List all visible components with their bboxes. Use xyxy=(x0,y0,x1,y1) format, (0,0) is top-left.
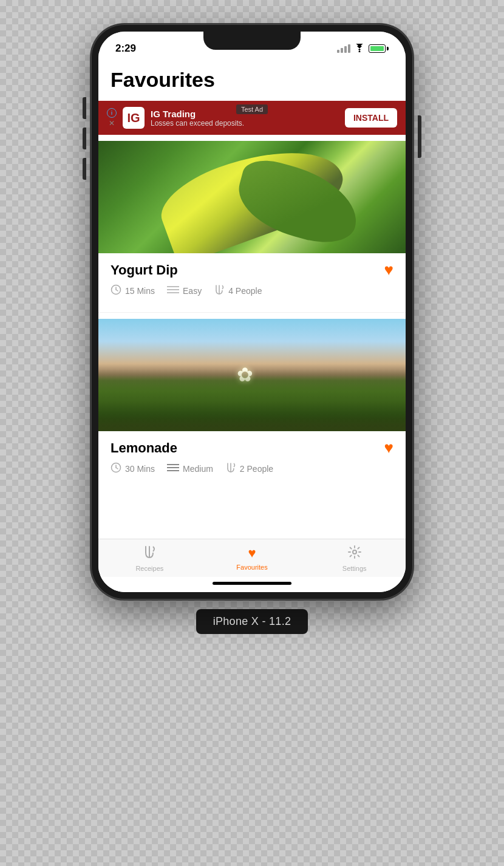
favorite-heart-icon-lemonade[interactable]: ♥ xyxy=(384,438,393,457)
recipe-divider xyxy=(98,312,406,313)
ad-test-badge: Test Ad xyxy=(236,104,268,114)
difficulty-icon xyxy=(167,285,179,296)
tab-bar: Receipes ♥ Favourites Settings xyxy=(98,539,406,577)
servings-meta-yogurt-dip: 4 People xyxy=(214,284,262,298)
recipe-title-row: Yogurt Dip ♥ xyxy=(111,261,393,279)
settings-tab-icon xyxy=(348,545,361,562)
scrollable-content: Yogurt Dip ♥ xyxy=(98,135,406,539)
home-indicator xyxy=(98,577,406,592)
ad-install-button[interactable]: INSTALL xyxy=(345,108,397,128)
recipe-title-yogurt-dip: Yogurt Dip xyxy=(111,262,178,278)
time-text-yogurt-dip: 15 Mins xyxy=(125,286,155,296)
ad-info-button[interactable]: i ✕ xyxy=(107,108,117,128)
svg-point-0 xyxy=(359,50,361,52)
tab-receipes[interactable]: Receipes xyxy=(98,545,201,572)
clock-icon xyxy=(111,284,121,298)
difficulty-meta-lemonade: Medium xyxy=(167,463,213,474)
page-title: Favourites xyxy=(98,62,406,101)
phone-wrapper: 2:29 xyxy=(91,24,413,634)
favourites-tab-icon: ♥ xyxy=(248,545,256,561)
clock-icon-lemonade xyxy=(111,462,121,476)
servings-meta-lemonade: 2 People xyxy=(225,462,273,476)
ad-close-icon: ✕ xyxy=(107,118,117,128)
servings-icon-lemonade xyxy=(225,462,236,476)
recipe-image-lemonade xyxy=(98,319,406,431)
difficulty-meta-yogurt-dip: Easy xyxy=(167,285,202,296)
coastal-photo xyxy=(98,319,406,431)
signal-bars-icon xyxy=(337,44,350,53)
servings-text-lemonade: 2 People xyxy=(240,464,273,474)
receipes-tab-icon xyxy=(142,545,157,562)
svg-line-11 xyxy=(116,468,118,469)
recipe-meta-yogurt-dip: 15 Mins xyxy=(111,284,393,298)
svg-point-19 xyxy=(353,550,356,554)
app-content: Favourites i ✕ IG IG Trading Losses can … xyxy=(98,62,406,592)
tab-label-favourites: Favourites xyxy=(236,564,267,571)
tab-label-receipes: Receipes xyxy=(135,565,163,572)
recipe-card-lemonade[interactable]: Lemonade ♥ xyxy=(98,319,406,484)
difficulty-text-lemonade: Medium xyxy=(183,464,213,474)
time-text-lemonade: 30 Mins xyxy=(125,464,155,474)
recipe-title-row-lemonade: Lemonade ♥ xyxy=(111,438,393,457)
recipe-card-yogurt-dip[interactable]: Yogurt Dip ♥ xyxy=(98,141,406,306)
recipe-info-lemonade: Lemonade ♥ xyxy=(98,431,406,484)
servings-icon xyxy=(214,284,225,298)
ad-description: Losses can exceed deposits. xyxy=(151,119,339,128)
phone-frame: 2:29 xyxy=(91,24,413,599)
ad-banner: i ✕ IG IG Trading Losses can exceed depo… xyxy=(98,101,406,135)
tab-label-settings: Settings xyxy=(342,565,367,572)
difficulty-icon-lemonade xyxy=(167,463,179,474)
servings-text-yogurt-dip: 4 People xyxy=(228,286,262,296)
ad-logo: IG xyxy=(123,107,145,129)
phone-screen: 2:29 xyxy=(98,32,406,592)
tab-favourites[interactable]: ♥ Favourites xyxy=(201,545,304,572)
status-time: 2:29 xyxy=(115,43,136,55)
device-label: iPhone X - 11.2 xyxy=(196,609,308,634)
recipe-title-lemonade: Lemonade xyxy=(111,440,177,456)
time-meta-yogurt-dip: 15 Mins xyxy=(111,284,155,298)
svg-line-3 xyxy=(116,290,118,291)
wifi-icon xyxy=(354,44,365,54)
recipe-meta-lemonade: 30 Mins xyxy=(111,462,393,476)
ad-info-icon: i xyxy=(107,108,117,118)
time-meta-lemonade: 30 Mins xyxy=(111,462,155,476)
difficulty-text-yogurt-dip: Easy xyxy=(183,286,202,296)
recipe-image-yogurt-dip xyxy=(98,141,406,253)
status-icons xyxy=(337,44,389,54)
favorite-heart-icon-yogurt-dip[interactable]: ♥ xyxy=(384,261,393,279)
battery-icon xyxy=(369,44,389,53)
tab-settings[interactable]: Settings xyxy=(303,545,406,572)
home-bar xyxy=(213,582,291,585)
recipe-info-yogurt-dip: Yogurt Dip ♥ xyxy=(98,253,406,306)
plant-photo xyxy=(98,141,406,253)
spacer xyxy=(98,490,406,539)
notch xyxy=(203,32,301,50)
